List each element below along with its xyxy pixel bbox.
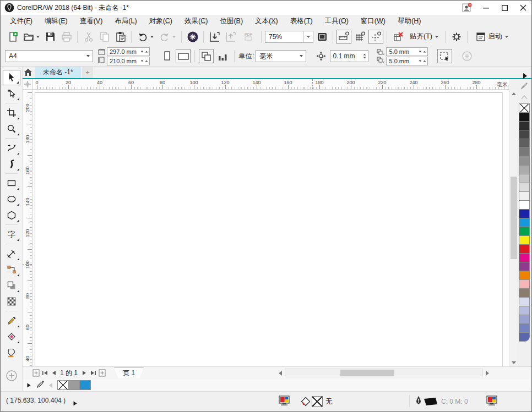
docpalette-flyout-arrow[interactable] bbox=[27, 380, 31, 390]
vertical-scrollbar[interactable] bbox=[509, 90, 517, 366]
scroll-left-arrow[interactable] bbox=[276, 368, 285, 378]
document-palette-swatch-blue[interactable] bbox=[79, 380, 91, 390]
palette-swatch-70%-black[interactable] bbox=[519, 139, 530, 148]
units-combo[interactable]: 毫米 bbox=[256, 50, 306, 62]
menu-C-效果[interactable]: 效果(C) bbox=[178, 15, 214, 28]
copy-button[interactable] bbox=[97, 30, 112, 44]
document-tab-active[interactable]: 未命名 -1* bbox=[35, 67, 81, 78]
palette-swatch-orange[interactable] bbox=[519, 271, 530, 280]
transparency-tool[interactable] bbox=[3, 294, 20, 309]
paste-button[interactable] bbox=[113, 30, 128, 44]
sign-in-account-button[interactable] bbox=[458, 1, 476, 14]
landscape-orientation-button[interactable] bbox=[176, 49, 191, 63]
scroll-down-arrow[interactable] bbox=[510, 359, 518, 366]
portrait-orientation-button[interactable] bbox=[159, 49, 174, 63]
palette-swatch-40%-black[interactable] bbox=[519, 165, 530, 174]
menu-C-对象[interactable]: 对象(C) bbox=[143, 15, 178, 28]
palette-swatch-cyan[interactable] bbox=[519, 218, 530, 227]
duplicate-y-field[interactable]: 5.0 mm bbox=[386, 57, 428, 65]
palette-swatch-10%-black[interactable] bbox=[519, 191, 530, 201]
snap-off-icon[interactable] bbox=[390, 30, 405, 44]
close-button[interactable] bbox=[514, 1, 532, 14]
undo-button[interactable] bbox=[135, 30, 156, 44]
color-management-icon[interactable] bbox=[486, 395, 497, 408]
docpalette-scroll-left-icon[interactable] bbox=[49, 380, 52, 390]
add-page-after-button[interactable] bbox=[97, 368, 106, 378]
all-pages-size-button[interactable] bbox=[199, 49, 214, 63]
palette-swatch-60%-black[interactable] bbox=[519, 147, 530, 157]
palette-swatch-taupe[interactable] bbox=[519, 288, 530, 298]
palette-swatch-30%-black[interactable] bbox=[519, 174, 530, 183]
palette-swatch-pink[interactable] bbox=[519, 279, 530, 289]
scroll-up-arrow[interactable] bbox=[510, 90, 518, 97]
shape-tool[interactable] bbox=[3, 86, 20, 101]
palette-swatch-no-color[interactable] bbox=[519, 103, 530, 113]
page-tab[interactable]: 页 1 bbox=[114, 367, 144, 378]
add-property-button[interactable] bbox=[459, 49, 474, 63]
palette-swatch-magenta[interactable] bbox=[519, 253, 530, 262]
options-gear-button[interactable] bbox=[449, 30, 464, 44]
fullscreen-preview-button[interactable] bbox=[314, 30, 329, 44]
connector-tool[interactable] bbox=[3, 262, 20, 277]
palette-scroll-up-icon[interactable] bbox=[521, 92, 528, 102]
scroll-right-arrow[interactable] bbox=[483, 368, 492, 378]
first-page-button[interactable] bbox=[40, 368, 49, 378]
new-document-button[interactable] bbox=[5, 30, 20, 44]
treat-as-filled-toggle[interactable] bbox=[437, 49, 452, 63]
show-guidelines-toggle[interactable] bbox=[368, 30, 383, 44]
menu-B-位图[interactable]: 位图(B) bbox=[214, 15, 249, 28]
palette-swatch-dark-periwinkle[interactable] bbox=[519, 323, 530, 333]
menu-H-帮助[interactable]: 帮助(H) bbox=[392, 15, 427, 28]
import-button[interactable] bbox=[207, 30, 222, 44]
add-page-before-button[interactable] bbox=[31, 368, 40, 378]
cut-button[interactable] bbox=[81, 30, 96, 44]
last-page-button[interactable] bbox=[89, 368, 97, 378]
palette-swatch-periwinkle[interactable] bbox=[519, 315, 530, 324]
page-height-field[interactable]: 210.0 mm bbox=[107, 57, 150, 65]
palette-swatch-90%-black[interactable] bbox=[519, 121, 530, 130]
zoom-tool[interactable] bbox=[3, 121, 20, 136]
current-page-size-button[interactable] bbox=[215, 49, 230, 63]
text-tool[interactable]: 字 bbox=[3, 227, 20, 242]
vertical-scroll-thumb[interactable] bbox=[511, 177, 517, 259]
color-eyedropper-tool[interactable] bbox=[3, 313, 20, 328]
pick-tool[interactable] bbox=[3, 70, 20, 85]
palette-swatch-pale-periwinkle[interactable] bbox=[519, 297, 530, 306]
menu-E-编辑[interactable]: 编辑(E) bbox=[39, 15, 74, 28]
search-content-button[interactable] bbox=[185, 30, 200, 44]
palette-swatch-purple[interactable] bbox=[519, 262, 530, 271]
drawing-canvas[interactable] bbox=[32, 90, 509, 366]
horizontal-ruler[interactable]: 毫米 0204060801001201401601802002202402602… bbox=[32, 79, 509, 90]
palette-swatch-blue[interactable] bbox=[519, 209, 530, 218]
parallel-dimension-tool[interactable] bbox=[3, 246, 20, 261]
palette-swatch-black[interactable] bbox=[519, 112, 530, 122]
palette-swatch-80%-black[interactable] bbox=[519, 130, 530, 139]
palette-swatch-light-periwinkle[interactable] bbox=[519, 306, 530, 315]
freehand-tool[interactable] bbox=[3, 140, 20, 156]
nudge-offset-field[interactable]: 0.1 mm bbox=[330, 50, 368, 62]
crop-tool[interactable] bbox=[3, 105, 20, 120]
page-color-proof-icon[interactable] bbox=[279, 395, 290, 408]
zoom-level-combo[interactable]: 75% bbox=[265, 31, 313, 43]
outline-pen-icon[interactable] bbox=[415, 395, 422, 409]
menu-T-表格[interactable]: 表格(T) bbox=[284, 15, 319, 28]
fill-none-swatch[interactable] bbox=[312, 396, 323, 407]
palette-swatch-yellow[interactable] bbox=[519, 235, 530, 245]
page-width-field[interactable]: 297.0 mm bbox=[107, 47, 150, 56]
minimize-button[interactable] bbox=[476, 1, 495, 14]
publish-to-pdf-button[interactable]: PDF bbox=[239, 30, 258, 44]
palette-swatch-red[interactable] bbox=[519, 244, 530, 254]
outline-color-swatch[interactable] bbox=[424, 397, 438, 408]
rectangle-tool[interactable] bbox=[3, 175, 20, 191]
customize-toolbox-button[interactable] bbox=[3, 368, 20, 383]
palette-swatch-50%-black[interactable] bbox=[519, 156, 530, 166]
horizontal-scroll-track[interactable] bbox=[285, 369, 483, 377]
palette-flyout-arrow[interactable] bbox=[523, 71, 527, 81]
statusbar-flyout-arrow[interactable] bbox=[73, 398, 77, 408]
save-button[interactable] bbox=[43, 30, 58, 44]
show-rulers-toggle[interactable] bbox=[336, 30, 351, 44]
menu-O-工具[interactable]: 工具(O) bbox=[319, 15, 355, 28]
smart-fill-tool[interactable] bbox=[3, 345, 20, 360]
polygon-tool[interactable] bbox=[3, 207, 20, 223]
menu-F-文件[interactable]: 文件(F) bbox=[4, 15, 39, 28]
